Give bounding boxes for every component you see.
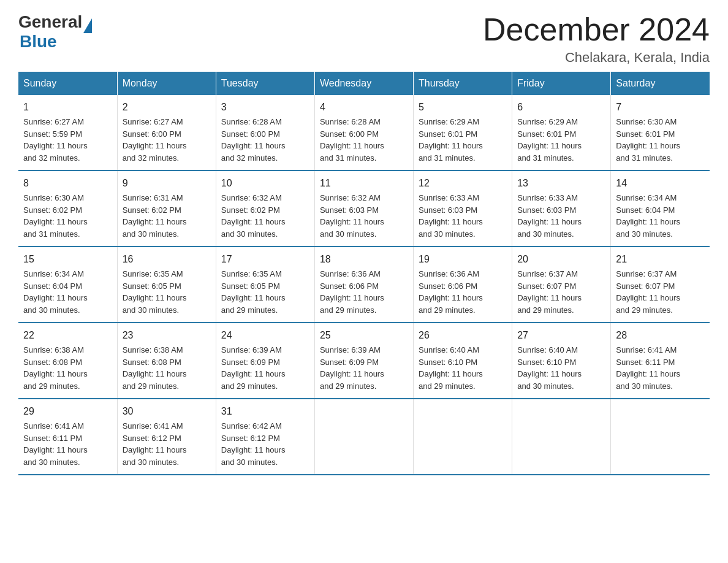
calendar-week-row: 8Sunrise: 6:30 AM Sunset: 6:02 PM Daylig… (18, 170, 710, 247)
calendar-table: SundayMondayTuesdayWednesdayThursdayFrid… (18, 72, 710, 475)
day-info: Sunrise: 6:33 AM Sunset: 6:03 PM Dayligh… (419, 192, 507, 240)
calendar-day-cell: 11Sunrise: 6:32 AM Sunset: 6:03 PM Dayli… (314, 170, 413, 247)
day-number: 30 (123, 404, 211, 419)
day-number: 23 (123, 328, 211, 343)
logo-line1: General (18, 12, 92, 32)
calendar-day-cell (512, 399, 611, 475)
day-info: Sunrise: 6:35 AM Sunset: 6:05 PM Dayligh… (123, 268, 211, 316)
day-info: Sunrise: 6:31 AM Sunset: 6:02 PM Dayligh… (123, 192, 211, 240)
day-info: Sunrise: 6:33 AM Sunset: 6:03 PM Dayligh… (517, 192, 605, 240)
day-info: Sunrise: 6:30 AM Sunset: 6:02 PM Dayligh… (23, 192, 112, 240)
header-cell-tuesday: Tuesday (216, 72, 314, 95)
calendar-day-cell: 27Sunrise: 6:40 AM Sunset: 6:10 PM Dayli… (512, 323, 611, 399)
day-number: 28 (616, 328, 705, 343)
calendar-day-cell (314, 399, 413, 475)
calendar-day-cell: 1Sunrise: 6:27 AM Sunset: 5:59 PM Daylig… (18, 95, 117, 170)
day-number: 17 (221, 252, 309, 267)
day-number: 3 (221, 100, 309, 115)
day-number: 12 (419, 176, 507, 191)
day-number: 19 (419, 252, 507, 267)
day-info: Sunrise: 6:29 AM Sunset: 6:01 PM Dayligh… (517, 116, 605, 164)
calendar-day-cell: 29Sunrise: 6:41 AM Sunset: 6:11 PM Dayli… (18, 399, 117, 475)
day-number: 9 (123, 176, 211, 191)
day-number: 13 (517, 176, 605, 191)
day-number: 7 (616, 100, 705, 115)
calendar-day-cell: 13Sunrise: 6:33 AM Sunset: 6:03 PM Dayli… (512, 170, 611, 247)
calendar-day-cell (611, 399, 710, 475)
day-number: 15 (23, 252, 112, 267)
day-info: Sunrise: 6:40 AM Sunset: 6:10 PM Dayligh… (517, 344, 605, 392)
day-info: Sunrise: 6:32 AM Sunset: 6:03 PM Dayligh… (320, 192, 408, 240)
calendar-week-row: 22Sunrise: 6:38 AM Sunset: 6:08 PM Dayli… (18, 323, 710, 399)
day-info: Sunrise: 6:36 AM Sunset: 6:06 PM Dayligh… (320, 268, 408, 316)
title-block: December 2024 Chelakara, Kerala, India (483, 12, 710, 66)
calendar-day-cell: 19Sunrise: 6:36 AM Sunset: 6:06 PM Dayli… (414, 247, 512, 323)
day-number: 27 (517, 328, 605, 343)
calendar-day-cell: 5Sunrise: 6:29 AM Sunset: 6:01 PM Daylig… (414, 95, 512, 170)
calendar-header: SundayMondayTuesdayWednesdayThursdayFrid… (18, 72, 710, 95)
logo-triangle-icon (83, 18, 92, 33)
calendar-day-cell: 3Sunrise: 6:28 AM Sunset: 6:00 PM Daylig… (216, 95, 314, 170)
day-info: Sunrise: 6:38 AM Sunset: 6:08 PM Dayligh… (23, 344, 112, 392)
day-info: Sunrise: 6:42 AM Sunset: 6:12 PM Dayligh… (221, 420, 309, 468)
page-subtitle: Chelakara, Kerala, India (483, 50, 710, 66)
day-info: Sunrise: 6:37 AM Sunset: 6:07 PM Dayligh… (616, 268, 705, 316)
logo-general-text: General (18, 12, 82, 32)
day-info: Sunrise: 6:34 AM Sunset: 6:04 PM Dayligh… (616, 192, 705, 240)
page-header: General Blue December 2024 Chelakara, Ke… (18, 12, 710, 66)
day-info: Sunrise: 6:40 AM Sunset: 6:10 PM Dayligh… (419, 344, 507, 392)
day-number: 25 (320, 328, 408, 343)
day-number: 16 (123, 252, 211, 267)
day-info: Sunrise: 6:39 AM Sunset: 6:09 PM Dayligh… (320, 344, 408, 392)
day-info: Sunrise: 6:32 AM Sunset: 6:02 PM Dayligh… (221, 192, 309, 240)
calendar-day-cell: 7Sunrise: 6:30 AM Sunset: 6:01 PM Daylig… (611, 95, 710, 170)
logo: General Blue (18, 12, 92, 52)
day-number: 22 (23, 328, 112, 343)
calendar-day-cell: 26Sunrise: 6:40 AM Sunset: 6:10 PM Dayli… (414, 323, 512, 399)
day-info: Sunrise: 6:38 AM Sunset: 6:08 PM Dayligh… (123, 344, 211, 392)
day-number: 10 (221, 176, 309, 191)
calendar-day-cell: 23Sunrise: 6:38 AM Sunset: 6:08 PM Dayli… (117, 323, 216, 399)
day-number: 11 (320, 176, 408, 191)
day-info: Sunrise: 6:41 AM Sunset: 6:12 PM Dayligh… (123, 420, 211, 468)
page-title: December 2024 (483, 12, 710, 47)
calendar-day-cell: 31Sunrise: 6:42 AM Sunset: 6:12 PM Dayli… (216, 399, 314, 475)
calendar-body: 1Sunrise: 6:27 AM Sunset: 5:59 PM Daylig… (18, 95, 710, 475)
calendar-day-cell: 18Sunrise: 6:36 AM Sunset: 6:06 PM Dayli… (314, 247, 413, 323)
calendar-day-cell (414, 399, 512, 475)
calendar-day-cell: 20Sunrise: 6:37 AM Sunset: 6:07 PM Dayli… (512, 247, 611, 323)
day-number: 21 (616, 252, 705, 267)
day-number: 29 (23, 404, 112, 419)
day-number: 8 (23, 176, 112, 191)
calendar-day-cell: 6Sunrise: 6:29 AM Sunset: 6:01 PM Daylig… (512, 95, 611, 170)
day-info: Sunrise: 6:28 AM Sunset: 6:00 PM Dayligh… (320, 116, 408, 164)
header-cell-friday: Friday (512, 72, 611, 95)
calendar-day-cell: 9Sunrise: 6:31 AM Sunset: 6:02 PM Daylig… (117, 170, 216, 247)
calendar-day-cell: 2Sunrise: 6:27 AM Sunset: 6:00 PM Daylig… (117, 95, 216, 170)
calendar-day-cell: 25Sunrise: 6:39 AM Sunset: 6:09 PM Dayli… (314, 323, 413, 399)
day-info: Sunrise: 6:37 AM Sunset: 6:07 PM Dayligh… (517, 268, 605, 316)
header-cell-sunday: Sunday (18, 72, 117, 95)
day-number: 2 (123, 100, 211, 115)
header-cell-wednesday: Wednesday (314, 72, 413, 95)
day-number: 6 (517, 100, 605, 115)
day-number: 1 (23, 100, 112, 115)
day-info: Sunrise: 6:28 AM Sunset: 6:00 PM Dayligh… (221, 116, 309, 164)
day-info: Sunrise: 6:36 AM Sunset: 6:06 PM Dayligh… (419, 268, 507, 316)
header-cell-monday: Monday (117, 72, 216, 95)
day-info: Sunrise: 6:41 AM Sunset: 6:11 PM Dayligh… (23, 420, 112, 468)
calendar-day-cell: 22Sunrise: 6:38 AM Sunset: 6:08 PM Dayli… (18, 323, 117, 399)
day-info: Sunrise: 6:41 AM Sunset: 6:11 PM Dayligh… (616, 344, 705, 392)
calendar-day-cell: 15Sunrise: 6:34 AM Sunset: 6:04 PM Dayli… (18, 247, 117, 323)
calendar-day-cell: 24Sunrise: 6:39 AM Sunset: 6:09 PM Dayli… (216, 323, 314, 399)
header-cell-saturday: Saturday (611, 72, 710, 95)
header-row: SundayMondayTuesdayWednesdayThursdayFrid… (18, 72, 710, 95)
calendar-day-cell: 16Sunrise: 6:35 AM Sunset: 6:05 PM Dayli… (117, 247, 216, 323)
day-info: Sunrise: 6:30 AM Sunset: 6:01 PM Dayligh… (616, 116, 705, 164)
day-number: 26 (419, 328, 507, 343)
day-number: 14 (616, 176, 705, 191)
calendar-day-cell: 17Sunrise: 6:35 AM Sunset: 6:05 PM Dayli… (216, 247, 314, 323)
day-info: Sunrise: 6:35 AM Sunset: 6:05 PM Dayligh… (221, 268, 309, 316)
day-info: Sunrise: 6:27 AM Sunset: 5:59 PM Dayligh… (23, 116, 112, 164)
calendar-day-cell: 10Sunrise: 6:32 AM Sunset: 6:02 PM Dayli… (216, 170, 314, 247)
